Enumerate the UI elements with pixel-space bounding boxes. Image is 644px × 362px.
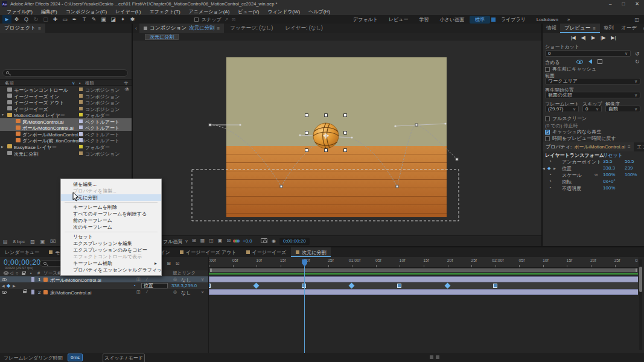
shy-switch-icon[interactable]: ◫ <box>136 277 141 282</box>
roto-brush-tool[interactable]: ✦ <box>118 15 127 24</box>
label-column-icon[interactable]: ▪ <box>79 80 81 86</box>
tab-info[interactable]: 情報 <box>543 25 560 32</box>
workspace-tab[interactable]: 小さい画面 <box>435 16 470 24</box>
cache-icon[interactable]: ↻ <box>635 59 640 65</box>
menubar-item[interactable]: 編集(E) <box>37 8 62 15</box>
menubar-item[interactable]: ビュー(V) <box>234 8 263 15</box>
eye-icon[interactable] <box>2 278 7 281</box>
link-icon[interactable]: ∞ <box>595 172 598 177</box>
label-swatch[interactable] <box>31 290 34 294</box>
minimize-button[interactable]: – <box>609 1 611 7</box>
play-cached-checkbox[interactable]: ✓ <box>545 130 550 135</box>
workspace-tab[interactable]: 学習 <box>414 16 435 24</box>
tab-preview[interactable]: プレビュー ≡ <box>560 24 600 33</box>
quality-switch-icon[interactable]: ∕ <box>147 290 147 294</box>
include-video-icon[interactable] <box>576 60 583 64</box>
layer-row-2[interactable]: 2 床/MotionControl.ai ◫ ∕ ◎ なし ∨ <box>0 289 208 295</box>
next-frame-button[interactable]: |▶ <box>601 35 605 40</box>
eraser-tool[interactable]: ◪ <box>109 15 118 24</box>
motion-blur-icon[interactable]: ⊡ <box>176 261 180 266</box>
resolution-dropdown[interactable]: フル画質∨ <box>163 238 188 245</box>
menubar-item[interactable]: アニメーション(A) <box>185 8 234 15</box>
switches-modes-toggle[interactable]: スイッチ / モード <box>103 354 145 362</box>
next-keyframe-icon[interactable]: ▶ <box>553 167 556 170</box>
new-comp-icon[interactable]: ▣ <box>40 239 45 244</box>
maximize-button[interactable]: □ <box>622 1 625 7</box>
selection-tool[interactable]: ► <box>2 15 11 24</box>
property-value[interactable]: 100% <box>603 172 615 177</box>
timeline-timecode[interactable]: 0;00;00;20 <box>4 258 41 267</box>
frame-blend-icon[interactable]: ⊞ <box>167 261 171 266</box>
properties-tab[interactable]: プロパティ: ボール/MotionControl.ai ≡ <box>543 142 634 151</box>
type-tool[interactable]: T <box>80 15 89 24</box>
layer-row-1[interactable]: 1 ボール/MotionControl.ai ◫ ∕ ◎ なし ∨ <box>0 276 208 282</box>
menubar-item[interactable]: ヘルプ(H) <box>304 8 334 15</box>
workspace-tab[interactable]: レビュー <box>383 16 414 24</box>
menubar-item[interactable]: ファイル(F) <box>2 8 37 15</box>
stopwatch-icon[interactable]: ◔ <box>133 283 136 288</box>
clone-stamp-tool[interactable]: ▣ <box>99 15 108 24</box>
prev-keyframe-icon[interactable]: ◀ <box>2 284 5 288</box>
keyframe-icon[interactable] <box>253 283 260 289</box>
context-menu-item[interactable]: プロパティをエッセンシャルグラフィックスに追加 <box>61 267 161 273</box>
zoom-tool[interactable]: Q <box>22 15 31 24</box>
timeline-tab[interactable]: イージーイーズ アウト <box>175 247 241 257</box>
sort-arrow-icon[interactable]: ∨ <box>72 80 75 86</box>
property-value[interactable]: 0x+0° <box>603 179 616 184</box>
position-property-row[interactable]: ◀ ◆ ▶ ◔ 位置 338.3,239.0 <box>0 282 208 289</box>
panel-menu-icon[interactable]: ≡ <box>38 26 41 31</box>
keyframe-at-time-icon[interactable]: ◆ <box>7 283 10 288</box>
panel-menu-icon[interactable]: ≡ <box>593 26 596 31</box>
play-button[interactable]: ▶ <box>591 35 595 40</box>
cache-before-playback-checkbox[interactable] <box>545 67 550 72</box>
brush-tool[interactable]: ✎ <box>89 15 98 24</box>
trash-icon[interactable]: ⌧ <box>50 239 56 244</box>
context-menu-item[interactable]: すべてのキーフレームを削除する <box>61 211 161 217</box>
project-item[interactable]: イージーイーズ アウトコンポジション <box>0 99 132 106</box>
panel-layout-icon[interactable]: ◫ <box>634 17 639 22</box>
menubar-item[interactable]: レイヤー(L) <box>111 8 145 15</box>
work-area-bar[interactable] <box>210 268 637 272</box>
label-swatch[interactable] <box>31 277 34 282</box>
play-from-dropdown[interactable]: 範囲の先頭∨ <box>545 92 640 98</box>
include-overlays-icon[interactable] <box>598 59 602 64</box>
project-item[interactable]: 床/MotionControl.aiベクトルアート <box>0 118 132 125</box>
panel-menu-icon[interactable]: ≡ <box>217 26 220 31</box>
snap-angle-icon[interactable]: ↗ <box>225 17 229 22</box>
framerate-dropdown[interactable]: (29.97)∨ <box>545 106 579 112</box>
layer-tab[interactable]: レイヤー: (なし) <box>279 25 328 32</box>
scrollbar-thumb[interactable] <box>639 267 642 292</box>
pen-tool[interactable]: ✒ <box>70 15 79 24</box>
stopwatch-icon[interactable]: ◔ <box>549 172 552 177</box>
layer-name[interactable]: 床/MotionControl.ai <box>50 290 91 296</box>
context-menu-item[interactable]: リセット <box>61 233 161 240</box>
rulers-icon[interactable]: ⊡ <box>226 238 231 243</box>
context-menu-item[interactable]: 値を編集... <box>61 181 161 188</box>
puppet-pin-tool[interactable]: ✱ <box>128 15 137 24</box>
composition-tab[interactable]: コンポジション 次元に分割 ≡ <box>139 24 224 33</box>
project-item[interactable]: 次元に分割コンポジション <box>0 150 132 157</box>
context-menu-item[interactable]: キーフレームを削除 <box>61 204 161 211</box>
last-frame-button[interactable]: ▶| <box>611 35 616 40</box>
workspace-tab[interactable]: Lockdown <box>531 16 564 23</box>
project-tab[interactable]: プロジェクト ≡ <box>0 24 45 33</box>
effects-tab[interactable]: エフェクト <box>634 144 644 151</box>
column-type[interactable]: 種類 <box>85 80 94 86</box>
stopwatch-icon[interactable]: ◔ <box>549 185 552 191</box>
first-frame-button[interactable]: |◀ <box>570 35 575 40</box>
layer-selection-bbox[interactable] <box>192 170 459 221</box>
panel-menu-icon[interactable]: ≡ <box>628 144 631 150</box>
project-item[interactable]: イージーイーズ インコンポジション <box>0 93 132 100</box>
layer-bar-2[interactable] <box>209 289 638 295</box>
context-menu-item[interactable]: 前のキーフレーム <box>61 217 161 224</box>
resolution-preview-dropdown[interactable]: 自動∨ <box>605 106 640 112</box>
snap-checkbox[interactable] <box>194 17 199 22</box>
workspace-overflow-icon[interactable]: » <box>564 17 573 22</box>
context-menu-item[interactable]: エクスプレッションのみをコピー <box>61 247 161 253</box>
tab-overflow-icon[interactable]: » <box>640 25 644 31</box>
tab-scroll-left-icon[interactable]: ‹ <box>133 25 139 31</box>
tab-align[interactable]: 整列 <box>600 25 617 32</box>
hand-tool[interactable]: ✥ <box>12 15 21 24</box>
timeline-tab[interactable]: イージーイーズ <box>241 247 292 257</box>
lock-icon[interactable] <box>23 291 27 293</box>
